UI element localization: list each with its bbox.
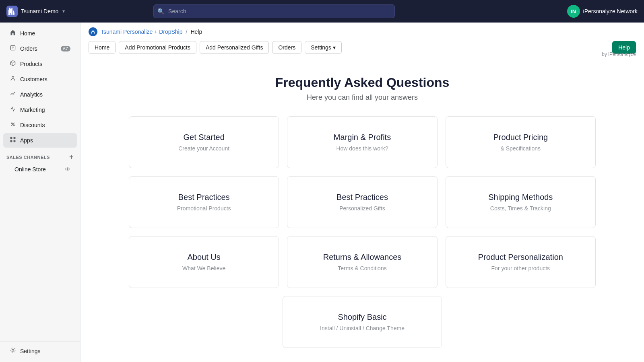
- sidebar-label-marketing: Marketing: [20, 107, 45, 113]
- sidebar-label-discounts: Discounts: [20, 122, 45, 128]
- sidebar-bottom: Settings: [0, 341, 80, 359]
- faq-card-subtitle: What We Believe: [137, 265, 270, 272]
- faq-grid-row1: Get Started Create your Account Margin &…: [129, 116, 596, 168]
- faq-card-shipping-methods[interactable]: Shipping Methods Costs, Times & Tracking: [446, 176, 596, 228]
- svg-rect-7: [14, 140, 16, 142]
- faq-card-title: Margin & Profits: [295, 133, 429, 142]
- orders-icon: [10, 45, 16, 53]
- tab-add-promo[interactable]: Add Promotional Products: [119, 41, 196, 54]
- faq-content: Frequently Asked Questions Here you can …: [121, 59, 604, 362]
- faq-title: Frequently Asked Questions: [129, 75, 596, 90]
- faq-card-title: Product Personalization: [454, 253, 587, 262]
- avatar[interactable]: IN: [567, 5, 580, 18]
- faq-card-subtitle: Terms & Conditions: [295, 265, 429, 272]
- sidebar-item-marketing[interactable]: Marketing: [3, 103, 77, 117]
- svg-point-1: [12, 76, 14, 78]
- add-sales-channel-icon[interactable]: +: [69, 153, 74, 161]
- faq-card-title: Best Practices: [137, 193, 270, 202]
- sales-channels-label: SALES CHANNELS: [6, 155, 50, 160]
- home-icon: [10, 29, 16, 37]
- svg-point-3: [13, 125, 14, 126]
- faq-card-best-practices-promo[interactable]: Best Practices Promotional Products: [129, 176, 279, 228]
- sidebar-item-discounts[interactable]: Discounts: [3, 118, 77, 132]
- store-name: Tsunami Demo: [21, 8, 58, 14]
- search-input[interactable]: [153, 4, 395, 18]
- breadcrumb-separator: /: [186, 29, 188, 35]
- faq-card-subtitle: Promotional Products: [137, 205, 270, 212]
- faq-card-title: Get Started: [137, 133, 270, 142]
- faq-card-title: About Us: [137, 253, 270, 262]
- faq-card-subtitle: Install / Uninstall / Change Theme: [291, 325, 434, 331]
- apps-icon: [10, 136, 16, 144]
- sidebar-item-orders[interactable]: Orders 67: [3, 41, 77, 56]
- faq-card-shopify-basic[interactable]: Shopify Basic Install / Uninstall / Chan…: [283, 296, 442, 348]
- orders-badge: 67: [61, 46, 70, 51]
- faq-card-title: Best Practices: [295, 193, 429, 202]
- customers-icon: [10, 75, 16, 83]
- app-logo-icon: [89, 27, 97, 36]
- sidebar-label-customers: Customers: [20, 76, 47, 82]
- faq-card-subtitle: Create your Account: [137, 145, 270, 152]
- avatar-initials: IN: [571, 8, 576, 14]
- svg-rect-6: [10, 140, 12, 142]
- sidebar-label-products: Products: [20, 61, 42, 67]
- top-nav: Tsunami Demo ▾ 🔍 IN iPersonalyze Network: [0, 0, 644, 23]
- tab-home[interactable]: Home: [89, 41, 116, 54]
- sidebar-item-analytics[interactable]: Analytics: [3, 87, 77, 102]
- shopify-logo-icon: [6, 6, 18, 17]
- main-content: Tsunami Personalize + DropShip / Help by…: [80, 23, 644, 362]
- faq-card-margin-profits[interactable]: Margin & Profits How does this work?: [287, 116, 437, 168]
- sidebar-item-apps[interactable]: Apps: [3, 133, 77, 148]
- faq-grid-row3: About Us What We Believe Returns & Allow…: [129, 236, 596, 288]
- sidebar-item-settings[interactable]: Settings: [3, 344, 77, 358]
- marketing-icon: [10, 106, 16, 114]
- faq-card-title: Shopify Basic: [291, 313, 434, 322]
- sidebar-label-analytics: Analytics: [20, 91, 43, 98]
- svg-point-8: [12, 350, 14, 352]
- app-header: Tsunami Personalize + DropShip / Help by…: [80, 23, 644, 59]
- search-icon: 🔍: [157, 8, 164, 14]
- products-icon: [10, 60, 16, 68]
- svg-point-9: [89, 27, 97, 36]
- faq-card-get-started[interactable]: Get Started Create your Account: [129, 116, 279, 168]
- faq-card-subtitle: How does this work?: [295, 145, 429, 152]
- faq-card-subtitle: Personalized Gifts: [295, 205, 429, 212]
- sidebar-label-orders: Orders: [20, 45, 37, 52]
- chevron-down-icon: ▾: [62, 8, 65, 14]
- sidebar-label-settings: Settings: [20, 348, 41, 354]
- tab-settings-label: Settings: [311, 44, 331, 51]
- breadcrumb: Tsunami Personalize + DropShip / Help: [89, 27, 636, 36]
- settings-icon: [10, 347, 16, 355]
- tab-add-gifts[interactable]: Add Personalized Gifts: [200, 41, 269, 54]
- sales-channels-section: SALES CHANNELS +: [0, 148, 80, 163]
- sidebar: Home Orders 67 Products Customers Anal: [0, 23, 80, 362]
- faq-card-subtitle: & Specifications: [454, 145, 587, 152]
- faq-card-product-pricing[interactable]: Product Pricing & Specifications: [446, 116, 596, 168]
- tab-orders[interactable]: Orders: [272, 41, 301, 54]
- faq-card-subtitle: Costs, Times & Tracking: [454, 205, 587, 212]
- svg-rect-5: [14, 137, 16, 139]
- sidebar-label-apps: Apps: [20, 137, 33, 144]
- store-selector[interactable]: Tsunami Demo ▾: [6, 6, 65, 17]
- search-bar: 🔍: [153, 4, 395, 18]
- by-label: by iPersonalyze: [602, 51, 636, 57]
- sidebar-item-customers[interactable]: Customers: [3, 72, 77, 86]
- sidebar-item-online-store[interactable]: Online Store 👁: [3, 163, 77, 175]
- breadcrumb-current: Help: [190, 29, 202, 35]
- breadcrumb-app-name[interactable]: Tsunami Personalize + DropShip: [101, 29, 183, 35]
- sidebar-item-products[interactable]: Products: [3, 57, 77, 71]
- faq-card-title: Returns & Allowances: [295, 253, 429, 262]
- user-name: iPersonalyze Network: [583, 8, 638, 14]
- faq-grid-row2: Best Practices Promotional Products Best…: [129, 176, 596, 228]
- eye-icon[interactable]: 👁: [65, 166, 70, 173]
- app-nav-tabs: Home Add Promotional Products Add Person…: [89, 41, 636, 54]
- faq-card-returns[interactable]: Returns & Allowances Terms & Conditions: [287, 236, 437, 288]
- svg-point-2: [11, 123, 12, 124]
- tab-settings[interactable]: Settings ▾: [305, 41, 342, 54]
- sidebar-label-online-store: Online Store: [14, 166, 46, 173]
- faq-card-best-practices-gifts[interactable]: Best Practices Personalized Gifts: [287, 176, 437, 228]
- faq-card-product-personalization[interactable]: Product Personalization For your other p…: [446, 236, 596, 288]
- discounts-icon: [10, 121, 16, 129]
- sidebar-item-home[interactable]: Home: [3, 26, 77, 41]
- faq-card-about-us[interactable]: About Us What We Believe: [129, 236, 279, 288]
